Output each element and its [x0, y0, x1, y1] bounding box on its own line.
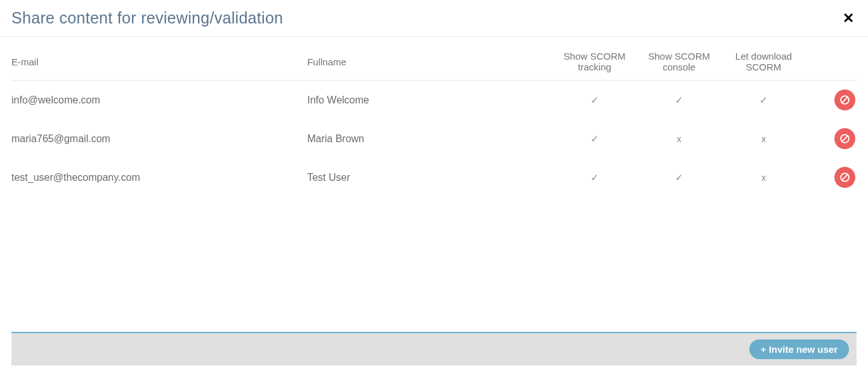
- ban-icon: [839, 172, 850, 183]
- share-users-table-wrap: E-mail Fullname Show SCORM tracking Show…: [0, 37, 868, 197]
- cell-action: [806, 81, 857, 120]
- x-icon: x: [761, 134, 766, 144]
- svg-line-3: [842, 136, 848, 141]
- remove-user-button[interactable]: [834, 167, 855, 188]
- dialog-footer: + Invite new user: [11, 332, 857, 365]
- col-header-action: [806, 37, 857, 81]
- check-icon: ✓: [760, 95, 768, 105]
- cell-email: maria765@gmail.com: [11, 119, 307, 158]
- dialog-header: Share content for reviewing/validation ✕: [0, 0, 868, 37]
- dialog-title: Share content for reviewing/validation: [11, 9, 283, 27]
- table-row: maria765@gmail.com Maria Brown ✓ x x: [11, 119, 857, 158]
- x-icon: x: [761, 173, 766, 183]
- cell-console[interactable]: x: [637, 119, 721, 158]
- share-users-table: E-mail Fullname Show SCORM tracking Show…: [11, 37, 857, 197]
- cell-tracking[interactable]: ✓: [552, 81, 636, 120]
- cell-download[interactable]: ✓: [721, 81, 806, 120]
- close-icon[interactable]: ✕: [840, 11, 857, 25]
- check-icon: ✓: [591, 95, 599, 105]
- cell-tracking[interactable]: ✓: [552, 119, 636, 158]
- cell-fullname: Test User: [307, 158, 552, 197]
- ban-icon: [839, 133, 850, 144]
- cell-action: [806, 119, 857, 158]
- col-header-show-console: Show SCORM console: [637, 37, 721, 81]
- invite-button-label: Invite new user: [769, 344, 838, 355]
- plus-icon: +: [761, 344, 766, 355]
- cell-fullname: Info Welcome: [307, 81, 552, 120]
- remove-user-button[interactable]: [834, 128, 855, 149]
- x-icon: x: [677, 134, 681, 144]
- cell-download[interactable]: x: [721, 158, 806, 197]
- table-header-row: E-mail Fullname Show SCORM tracking Show…: [11, 37, 857, 81]
- table-row: test_user@thecompany.com Test User ✓ ✓ x: [11, 158, 857, 197]
- cell-email: info@welcome.com: [11, 81, 307, 120]
- cell-console[interactable]: ✓: [637, 81, 721, 120]
- cell-tracking[interactable]: ✓: [552, 158, 636, 197]
- table-row: info@welcome.com Info Welcome ✓ ✓ ✓: [11, 81, 857, 120]
- cell-fullname: Maria Brown: [307, 119, 552, 158]
- check-icon: ✓: [591, 172, 599, 183]
- cell-console[interactable]: ✓: [637, 158, 721, 197]
- col-header-fullname: Fullname: [307, 37, 552, 81]
- svg-line-1: [842, 97, 848, 103]
- check-icon: ✓: [675, 95, 683, 105]
- cell-download[interactable]: x: [721, 119, 806, 158]
- cell-action: [806, 158, 857, 197]
- check-icon: ✓: [591, 133, 599, 144]
- ban-icon: [839, 95, 850, 105]
- svg-line-5: [842, 174, 848, 180]
- invite-new-user-button[interactable]: + Invite new user: [749, 339, 849, 359]
- remove-user-button[interactable]: [834, 89, 855, 110]
- col-header-let-download: Let download SCORM: [721, 37, 806, 81]
- cell-email: test_user@thecompany.com: [11, 158, 307, 197]
- check-icon: ✓: [675, 172, 683, 183]
- col-header-show-tracking: Show SCORM tracking: [552, 37, 636, 81]
- col-header-email: E-mail: [11, 37, 307, 81]
